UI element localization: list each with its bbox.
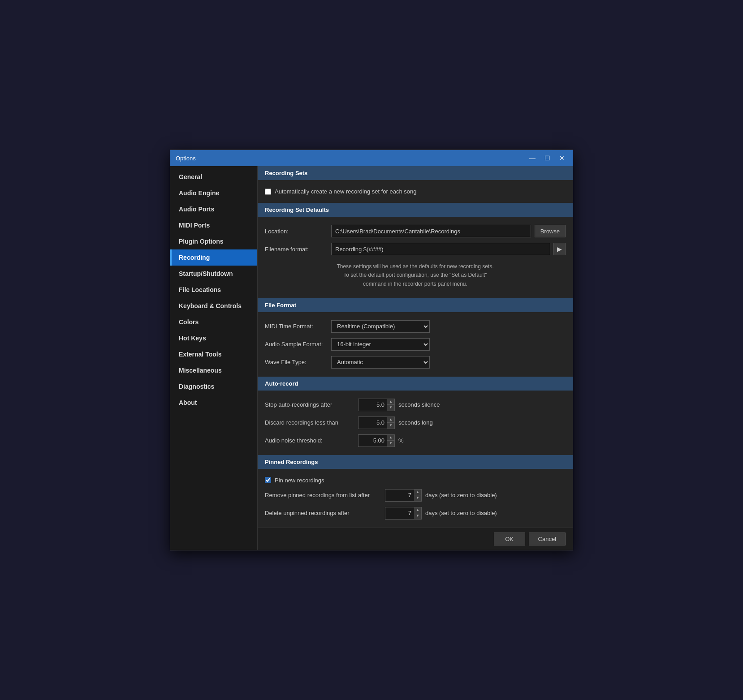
audio-sample-label: Audio Sample Format: xyxy=(265,341,328,348)
auto-record-section: Auto-record Stop auto-recordings after ▲… xyxy=(258,377,573,455)
midi-time-select[interactable]: Realtime (Compatible) SMPTE Ticks xyxy=(331,320,430,333)
auto-create-checkbox[interactable] xyxy=(265,189,271,195)
delete-input[interactable] xyxy=(385,507,414,520)
sidebar-item-audio-ports[interactable]: Audio Ports xyxy=(170,201,257,217)
cancel-button[interactable]: Cancel xyxy=(529,533,566,545)
noise-spinner: ▲ ▼ xyxy=(358,434,395,447)
discard-spinner: ▲ ▼ xyxy=(358,417,395,429)
stop-spinner-buttons: ▲ ▼ xyxy=(387,399,395,411)
sidebar-item-miscellaneous[interactable]: Miscellaneous xyxy=(170,362,257,378)
noise-label: Audio noise threshold: xyxy=(265,437,354,444)
window-title: Options xyxy=(176,155,196,162)
sidebar-item-startup-shutdown[interactable]: Startup/Shutdown xyxy=(170,266,257,282)
stop-down-button[interactable]: ▼ xyxy=(387,405,394,411)
delete-up-button[interactable]: ▲ xyxy=(414,507,421,513)
filename-input[interactable] xyxy=(331,243,550,255)
pin-new-checkbox[interactable] xyxy=(265,477,271,483)
discard-input[interactable] xyxy=(358,417,387,429)
auto-create-label: Automatically create a new recording set… xyxy=(275,188,417,195)
recording-set-defaults-header: Recording Set Defaults xyxy=(258,203,573,217)
noise-down-button[interactable]: ▼ xyxy=(387,441,394,447)
discard-down-button[interactable]: ▼ xyxy=(387,423,394,429)
recording-sets-body: Automatically create a new recording set… xyxy=(258,180,573,203)
remove-label: Remove pinned recordings from list after xyxy=(265,492,381,498)
remove-down-button[interactable]: ▼ xyxy=(414,495,421,501)
delete-label: Delete unpinned recordings after xyxy=(265,510,381,516)
sidebar-item-audio-engine[interactable]: Audio Engine xyxy=(170,185,257,201)
sidebar-item-midi-ports[interactable]: MIDI Ports xyxy=(170,217,257,233)
recording-set-defaults-section: Recording Set Defaults Location: Browse … xyxy=(258,203,573,298)
wave-file-label: Wave File Type: xyxy=(265,359,328,365)
delete-down-button[interactable]: ▼ xyxy=(414,513,421,519)
sidebar-item-external-tools[interactable]: External Tools xyxy=(170,346,257,362)
stop-up-button[interactable]: ▲ xyxy=(387,399,394,405)
wave-file-select[interactable]: Automatic WAV AIFF xyxy=(331,356,430,369)
play-button[interactable]: ▶ xyxy=(553,243,566,255)
sidebar-item-colors[interactable]: Colors xyxy=(170,314,257,330)
auto-record-header: Auto-record xyxy=(258,377,573,391)
close-button[interactable]: ✕ xyxy=(557,154,567,162)
discard-unit: seconds long xyxy=(398,419,433,426)
filename-label: Filename format: xyxy=(265,246,328,253)
auto-record-body: Stop auto-recordings after ▲ ▼ seconds s… xyxy=(258,391,573,455)
sidebar-item-plugin-options[interactable]: Plugin Options xyxy=(170,233,257,249)
sidebar-item-file-locations[interactable]: File Locations xyxy=(170,282,257,298)
content-area: General Audio Engine Audio Ports MIDI Po… xyxy=(170,166,573,550)
stop-unit: seconds silence xyxy=(398,401,440,408)
discard-up-button[interactable]: ▲ xyxy=(387,417,394,423)
delete-row: Delete unpinned recordings after ▲ ▼ day… xyxy=(265,504,566,522)
pin-new-row: Pin new recordings xyxy=(265,474,566,486)
browse-button[interactable]: Browse xyxy=(535,225,566,237)
noise-spinner-buttons: ▲ ▼ xyxy=(387,434,395,447)
noise-input[interactable] xyxy=(358,434,387,447)
delete-spinner: ▲ ▼ xyxy=(385,507,422,520)
discard-spinner-buttons: ▲ ▼ xyxy=(387,417,395,429)
sidebar-item-recording[interactable]: Recording xyxy=(170,249,257,266)
remove-input[interactable] xyxy=(385,489,414,502)
location-label: Location: xyxy=(265,228,328,235)
location-input[interactable] xyxy=(331,225,531,237)
main-content: Recording Sets Automatically create a ne… xyxy=(258,166,573,528)
discard-label: Discard recordings less than xyxy=(265,419,354,426)
noise-row: Audio noise threshold: ▲ ▼ % xyxy=(265,432,566,450)
footer: OK Cancel xyxy=(258,528,573,550)
sidebar-item-general[interactable]: General xyxy=(170,169,257,185)
sidebar-item-keyboard-controls[interactable]: Keyboard & Controls xyxy=(170,298,257,314)
audio-sample-row: Audio Sample Format: 16-bit integer 24-b… xyxy=(265,335,566,353)
noise-unit: % xyxy=(398,437,404,444)
midi-time-label: MIDI Time Format: xyxy=(265,323,328,330)
pinned-recordings-section: Pinned Recordings Pin new recordings Rem… xyxy=(258,455,573,528)
stop-input[interactable] xyxy=(358,399,387,411)
window-controls: — ☐ ✕ xyxy=(527,154,567,162)
remove-spinner: ▲ ▼ xyxy=(385,489,422,502)
location-row: Location: Browse xyxy=(265,222,566,240)
ok-button[interactable]: OK xyxy=(494,533,525,545)
sidebar-item-diagnostics[interactable]: Diagnostics xyxy=(170,378,257,395)
pinned-recordings-header: Pinned Recordings xyxy=(258,455,573,469)
stop-row: Stop auto-recordings after ▲ ▼ seconds s… xyxy=(265,396,566,414)
file-format-section: File Format MIDI Time Format: Realtime (… xyxy=(258,298,573,377)
remove-spinner-buttons: ▲ ▼ xyxy=(414,489,422,502)
stop-spinner: ▲ ▼ xyxy=(358,399,395,411)
info-text: These settings will be used as the defau… xyxy=(265,258,566,293)
sidebar-item-hot-keys[interactable]: Hot Keys xyxy=(170,330,257,346)
sidebar-item-about[interactable]: About xyxy=(170,395,257,411)
maximize-button[interactable]: ☐ xyxy=(542,154,553,162)
recording-sets-section: Recording Sets Automatically create a ne… xyxy=(258,166,573,203)
title-bar: Options — ☐ ✕ xyxy=(170,150,573,166)
remove-unit: days (set to zero to disable) xyxy=(425,492,497,498)
noise-up-button[interactable]: ▲ xyxy=(387,435,394,441)
sidebar: General Audio Engine Audio Ports MIDI Po… xyxy=(170,166,258,550)
midi-time-row: MIDI Time Format: Realtime (Compatible) … xyxy=(265,318,566,335)
remove-up-button[interactable]: ▲ xyxy=(414,490,421,495)
file-format-header: File Format xyxy=(258,298,573,312)
delete-unit: days (set to zero to disable) xyxy=(425,510,497,516)
recording-sets-header: Recording Sets xyxy=(258,166,573,180)
remove-row: Remove pinned recordings from list after… xyxy=(265,486,566,504)
delete-spinner-buttons: ▲ ▼ xyxy=(414,507,422,520)
options-window: Options — ☐ ✕ General Audio Engine Audio… xyxy=(170,150,573,550)
filename-row: Filename format: ▶ xyxy=(265,240,566,258)
minimize-button[interactable]: — xyxy=(527,154,538,162)
audio-sample-select[interactable]: 16-bit integer 24-bit integer 32-bit flo… xyxy=(331,338,430,351)
main-panel: Recording Sets Automatically create a ne… xyxy=(258,166,573,550)
